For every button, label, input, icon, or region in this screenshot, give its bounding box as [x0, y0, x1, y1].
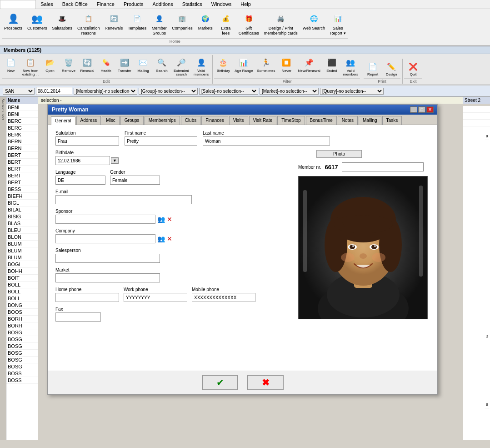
list-item[interactable]: BERT [6, 172, 38, 179]
list-item[interactable]: BERN [6, 145, 38, 152]
tab-notes[interactable]: Notes [338, 116, 358, 125]
list-item[interactable]: BOSG [6, 343, 38, 350]
design-button[interactable]: ✏️ Design [382, 59, 400, 78]
menu-windows[interactable]: Windows [207, 0, 236, 9]
menu-help[interactable]: Help [236, 0, 255, 9]
membership-filter[interactable]: [Membership]-no selection-- [74, 88, 137, 95]
list-item[interactable]: BOSS [6, 377, 38, 384]
ended-button[interactable]: ⬛ Ended [323, 55, 341, 79]
list-item[interactable]: BORH [6, 322, 38, 329]
list-item[interactable]: BERN [6, 138, 38, 145]
cancellation-button[interactable]: 📋 Cancellationreasons [75, 10, 102, 37]
health-button[interactable]: 💊 Health [97, 55, 115, 79]
company-lookup-icon[interactable]: 👥 [157, 235, 165, 242]
markets-button[interactable]: 🌍 Markets [195, 10, 215, 37]
list-item[interactable]: BLEU [6, 227, 38, 234]
list-item[interactable]: BERT [6, 179, 38, 186]
tab-misc[interactable]: Misc [102, 116, 120, 125]
menu-sales[interactable]: Sales [36, 0, 58, 9]
gender-select[interactable]: Female Male Divers [110, 176, 160, 185]
menu-additions[interactable]: Additions [148, 0, 177, 9]
companies-button[interactable]: 🏢 Companies [170, 10, 195, 37]
minimize-button[interactable]: _ [410, 106, 417, 113]
menu-products[interactable]: Products [119, 0, 148, 9]
language-select[interactable]: DE EN FR [55, 176, 105, 185]
workphone-input[interactable] [124, 293, 187, 302]
birthdate-picker-button[interactable]: ▼ [111, 157, 119, 164]
extended-search-button[interactable]: 🔎 Extendedsearch [171, 55, 191, 79]
menu-finance[interactable]: Finance [92, 0, 119, 9]
list-item[interactable]: BLUM [6, 241, 38, 247]
list-item[interactable]: BENI [6, 104, 38, 111]
list-item[interactable]: BLAS [6, 220, 38, 227]
list-item[interactable]: BOLL [6, 295, 38, 302]
mailing-button[interactable]: ✉️ Mailing [134, 55, 152, 79]
new-renewal-button[interactable]: 📌 New/Renewal [296, 55, 322, 79]
list-item[interactable]: BOSG [6, 329, 38, 336]
tab-visitrate[interactable]: Visit Rate [249, 116, 277, 125]
birthday-button[interactable]: 🎂 Birthday [214, 55, 232, 79]
age-range-button[interactable]: 📊 Age Range [233, 55, 255, 79]
valid-members2-button[interactable]: 👥 Validmembers [341, 55, 360, 79]
templates-button[interactable]: 📄 Templates [125, 10, 149, 37]
close-button[interactable]: ✕ [426, 106, 434, 113]
photo-button[interactable]: Photo [316, 150, 362, 158]
list-item[interactable]: BERT [6, 159, 38, 166]
tab-mailing[interactable]: Mailing [359, 116, 381, 125]
new-button[interactable]: 📄 New [2, 55, 20, 79]
homephone-input[interactable] [55, 293, 119, 302]
valid-members-button[interactable]: 👤 Validmembers [192, 55, 210, 79]
tab-clubs[interactable]: Clubs [181, 116, 201, 125]
tab-memberships[interactable]: Memberships [145, 116, 180, 125]
list-item[interactable]: BERK [6, 131, 38, 138]
tab-address[interactable]: Address [76, 116, 101, 125]
sponsor-clear-icon[interactable]: ✕ [167, 216, 172, 223]
list-item[interactable]: BOSG [6, 357, 38, 363]
birthdate-input[interactable] [55, 156, 110, 165]
list-item[interactable]: BIEFH [6, 193, 38, 200]
ok-button[interactable]: ✔ [202, 375, 238, 390]
tab-finances[interactable]: Finances [201, 116, 228, 125]
fax-input[interactable] [55, 312, 101, 322]
list-item[interactable]: BORH [6, 316, 38, 322]
never-button[interactable]: ⏹️ Never [277, 55, 295, 79]
quit-button[interactable]: ❌ Quit [404, 59, 422, 78]
list-item[interactable]: BILAL [6, 206, 38, 213]
group-filter[interactable]: [Group]-no selection-- [139, 88, 198, 95]
designprint-button[interactable]: 🖨️ Design / Printmembership cards [262, 10, 300, 37]
salesperson-select[interactable] [55, 254, 160, 263]
maximize-button[interactable]: □ [418, 106, 425, 113]
websearch-button[interactable]: 🌐 Web Search [300, 10, 327, 37]
tab-general[interactable]: General [51, 116, 75, 125]
sales-filter[interactable]: [Sales]-no selection-- [199, 88, 258, 95]
list-item[interactable]: BESS [6, 186, 38, 193]
salutations-button[interactable]: 🎩 Salutations [50, 10, 75, 37]
salesreport-button[interactable]: 📊 SalesReport ▾ [328, 10, 348, 37]
list-item[interactable]: BERT [6, 152, 38, 159]
new-from-existing-button[interactable]: 📋 New fromexisting ... [20, 55, 40, 79]
membergroups-button[interactable]: 👤 MemberGroups [149, 10, 169, 37]
date-filter[interactable] [36, 87, 72, 95]
list-item[interactable]: BOLL [6, 288, 38, 295]
email-input[interactable] [55, 195, 192, 204]
menu-statistics[interactable]: Statistics [178, 0, 207, 9]
tab-bonustime[interactable]: BonusTime [306, 116, 337, 125]
renewal-button[interactable]: 🔄 Renewal [78, 55, 96, 79]
sponsor-lookup-icon[interactable]: 👥 [157, 216, 165, 223]
lastname-input[interactable] [203, 136, 330, 146]
list-item[interactable]: BOSG [6, 350, 38, 357]
list-item[interactable]: BERT [6, 166, 38, 172]
tab-tasks[interactable]: Tasks [382, 116, 402, 125]
list-item[interactable]: BISIG [6, 213, 38, 220]
transfer-button[interactable]: ➡️ Transfer [115, 55, 134, 79]
list-item[interactable]: BOSG [6, 363, 38, 370]
menu-back-office[interactable]: Back Office [58, 0, 92, 9]
tab-groups[interactable]: Groups [120, 116, 144, 125]
firstname-input[interactable] [125, 136, 197, 146]
location-filter[interactable]: SAN [3, 88, 35, 95]
sometimes-button[interactable]: 🏃 Sometimes [255, 55, 277, 79]
search-button[interactable]: 🔍 Search [153, 55, 171, 79]
company-input[interactable] [55, 234, 155, 243]
list-item[interactable]: BLON [6, 234, 38, 241]
tab-visits[interactable]: Visits [229, 116, 248, 125]
